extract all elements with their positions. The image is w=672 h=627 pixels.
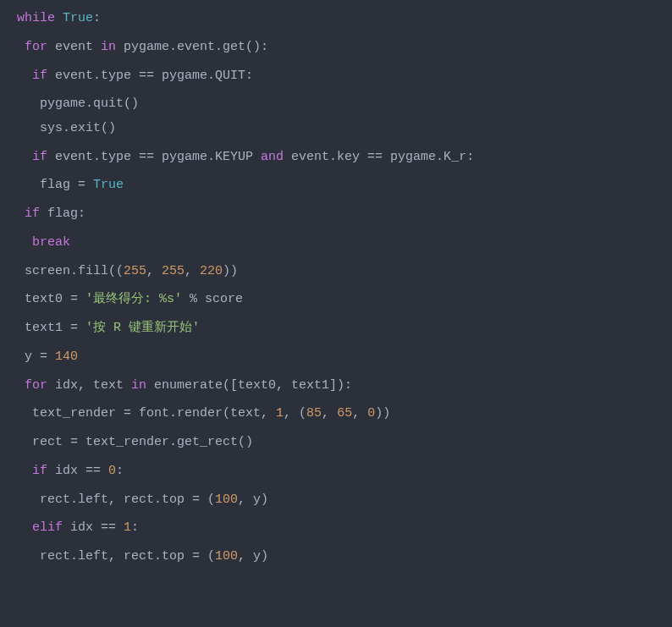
code-line: text_render = font.render(text, 1, (85, …: [17, 402, 672, 426]
token-num: 85: [306, 406, 322, 421]
code-block: while True: for event in pygame.event.ge…: [0, 0, 672, 576]
token-p: [17, 69, 32, 83]
token-num: 65: [337, 406, 352, 421]
token-p: rect.left, rect.top = (: [17, 492, 215, 507]
code-line: sys.exit(): [17, 117, 672, 141]
code-line: flag = True: [17, 173, 672, 198]
token-num: 100: [215, 492, 238, 507]
token-p: , y): [238, 492, 268, 507]
token-kw: for: [25, 40, 47, 54]
token-p: event.key == pygame.K_r:: [284, 150, 474, 164]
token-p: rect.left, rect.top = (: [17, 549, 215, 564]
code-line: rect = text_render.get_rect(): [17, 431, 672, 455]
token-p: :: [131, 520, 139, 535]
token-p: sys.exit(): [17, 121, 116, 135]
code-line: text1 = '按 R 键重新开始': [17, 316, 672, 341]
token-p: pygame.quit(): [17, 96, 139, 111]
token-p: [17, 235, 32, 250]
token-num: 255: [124, 264, 146, 278]
token-kw: break: [32, 235, 70, 250]
token-num: 1: [124, 520, 131, 535]
token-op: in: [101, 40, 116, 54]
token-p: % score: [182, 292, 243, 306]
token-op: in: [131, 378, 146, 393]
token-kw: for: [25, 378, 47, 393]
token-p: [17, 150, 32, 164]
token-p: flag:: [40, 206, 85, 221]
token-p: flag =: [17, 178, 93, 192]
code-line: elif idx == 1:: [17, 516, 672, 541]
token-p: ,: [352, 406, 367, 421]
token-bool: True: [93, 178, 124, 192]
token-num: 220: [200, 264, 223, 278]
token-p: event.type == pygame.QUIT:: [47, 69, 253, 83]
code-line: y = 140: [17, 345, 672, 370]
token-kw: while: [17, 11, 55, 25]
code-line: if event.type == pygame.KEYUP and event.…: [17, 146, 672, 170]
code-line: screen.fill((255, 255, 220)): [17, 260, 672, 284]
token-kw: elif: [32, 520, 63, 535]
token-p: [17, 40, 25, 54]
token-p: :: [93, 11, 101, 25]
token-p: text_render = font.render(text,: [17, 406, 276, 421]
token-p: [55, 11, 63, 25]
token-op: and: [261, 150, 284, 164]
token-p: screen.fill((: [17, 264, 124, 278]
code-line: if idx == 0:: [17, 459, 672, 484]
code-line: rect.left, rect.top = (100, y): [17, 488, 672, 513]
token-num: 0: [367, 406, 375, 421]
token-p: ,: [146, 264, 162, 278]
token-num: 1: [276, 406, 284, 421]
token-p: idx, text: [47, 378, 131, 393]
token-p: )): [375, 406, 390, 421]
token-p: :: [116, 464, 124, 478]
token-p: enumerate([text0, text1]):: [146, 378, 352, 393]
token-p: [17, 520, 32, 535]
token-p: idx ==: [47, 464, 108, 478]
token-kw: if: [25, 206, 40, 221]
code-line: while True:: [17, 7, 672, 31]
code-line: if event.type == pygame.QUIT:: [17, 64, 672, 89]
token-num: 255: [162, 264, 185, 278]
token-kw: if: [32, 150, 47, 164]
code-line: for idx, text in enumerate([text0, text1…: [17, 374, 672, 399]
token-num: 0: [108, 464, 116, 478]
token-bool: True: [63, 11, 93, 25]
token-p: ,: [322, 406, 337, 421]
token-p: event.type == pygame.KEYUP: [47, 150, 261, 164]
token-p: [17, 464, 32, 478]
token-p: text0 =: [17, 292, 85, 306]
token-num: 100: [215, 549, 238, 564]
token-kw: if: [32, 464, 47, 478]
code-line: rect.left, rect.top = (100, y): [17, 545, 672, 569]
token-p: [17, 378, 25, 393]
token-p: [17, 206, 25, 221]
code-line: pygame.quit(): [17, 92, 672, 117]
code-line: for event in pygame.event.get():: [17, 36, 672, 60]
code-line: if flag:: [17, 202, 672, 227]
token-p: , (: [284, 406, 306, 421]
token-str: '按 R 键重新开始': [85, 321, 200, 335]
token-p: , y): [238, 549, 268, 564]
token-p: event: [47, 40, 101, 54]
token-p: y =: [17, 349, 55, 364]
token-p: pygame.event.get():: [116, 40, 268, 54]
token-kw: if: [32, 69, 47, 83]
code-line: text0 = '最终得分: %s' % score: [17, 288, 672, 312]
token-p: ,: [185, 264, 200, 278]
token-p: rect = text_render.get_rect(): [17, 435, 253, 449]
token-p: idx ==: [63, 520, 124, 535]
token-num: 140: [55, 349, 78, 364]
code-line: break: [17, 231, 672, 256]
token-p: text1 =: [17, 321, 85, 335]
token-str: '最终得分: %s': [85, 292, 182, 306]
token-p: )): [223, 264, 238, 278]
